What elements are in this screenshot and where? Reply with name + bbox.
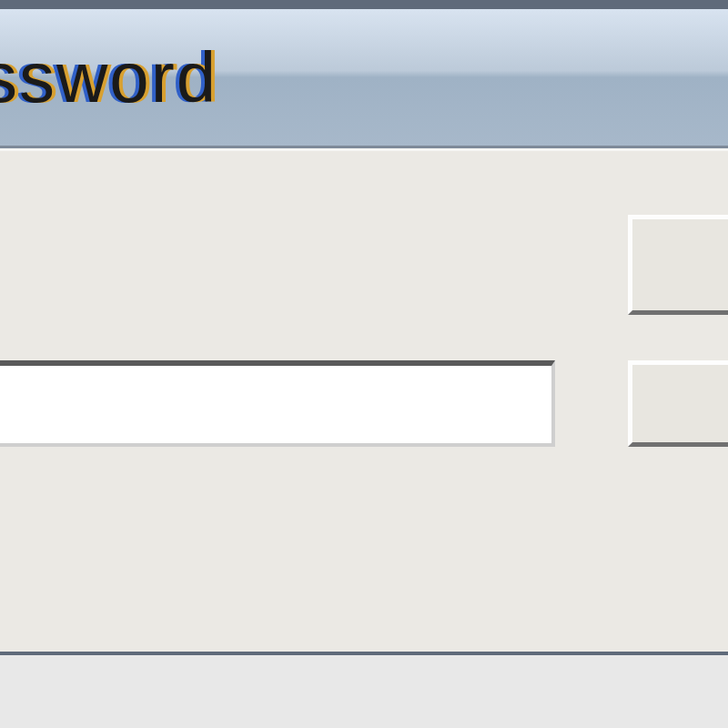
client-area: [0, 148, 728, 652]
dialog-button-secondary[interactable]: [628, 360, 728, 447]
dialog-button-primary[interactable]: [628, 215, 728, 315]
dialog-window: ssword: [0, 0, 728, 655]
password-input[interactable]: [0, 360, 555, 447]
title-bar[interactable]: ssword: [0, 9, 728, 148]
window-title: ssword: [0, 36, 217, 119]
